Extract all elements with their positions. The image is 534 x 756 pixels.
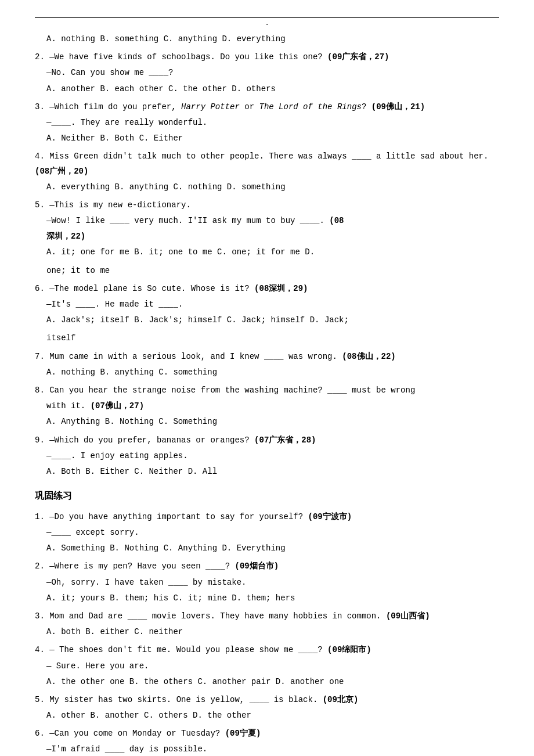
p2q1-options: A. Something B. Nothing C. Anything D. E… <box>46 541 499 556</box>
p2q3-text: Mom and Dad are ____ movie lovers. They … <box>49 611 386 621</box>
p2q1-sub: —____ except sorry. <box>46 525 499 540</box>
q5-options: A. it; one for me B. it; one to me C. on… <box>46 245 499 260</box>
q4-text: Miss Green didn't talk much to other peo… <box>49 152 488 161</box>
q2-text: —We have five kinds of schoolbags. Do yo… <box>49 52 327 62</box>
q8-line: 8. Can you hear the strange noise from t… <box>35 383 499 398</box>
p2q6-line: 6. —Can you come on Monday or Tuesday? (… <box>35 726 499 741</box>
question-3: 3. —Which film do you prefer, Harry Pott… <box>35 100 499 146</box>
q5-ref-cont-text: 深圳，22) <box>46 232 85 241</box>
question-4: 4. Miss Green didn't talk much to other … <box>35 149 499 195</box>
q9-options: A. Both B. Either C. Neither D. All <box>46 465 499 479</box>
q5-number: 5. <box>35 200 45 210</box>
q9-number: 9. <box>35 435 45 445</box>
p2q1-text: —Do you have anything important to say f… <box>49 512 308 521</box>
q5-sub1-text: —Wow! I like ____ very much. I'II ask my… <box>46 216 324 225</box>
q3-text: —Which film do you prefer, Harry Potter … <box>49 102 371 111</box>
q7-ref: (08佛山，22) <box>342 352 395 361</box>
q2-options: A. another B. each other C. the other D.… <box>46 82 499 96</box>
p2q2-options: A. it; yours B. them; his C. it; mine D.… <box>46 591 499 606</box>
q3-number: 3. <box>35 102 45 111</box>
q3-sub: —____. They are really wonderful. <box>46 116 499 130</box>
content-area: A. nothing B. something C. anything D. e… <box>35 32 499 756</box>
p2-question-3: 3. Mom and Dad are ____ movie lovers. Th… <box>35 609 499 639</box>
p2q3-line: 3. Mom and Dad are ____ movie lovers. Th… <box>35 609 499 624</box>
q4-line: 4. Miss Green didn't talk much to other … <box>35 149 499 178</box>
section2-title: 巩固练习 <box>35 488 499 505</box>
p2q4-number: 4. <box>35 645 45 654</box>
p2q5-line: 5. My sister has two skirts. One is yell… <box>35 693 499 707</box>
q2-ref: (09广东省，27) <box>327 52 389 62</box>
q7-number: 7. <box>35 352 45 361</box>
q8-options: A. Anything B. Nothing C. Something <box>46 415 499 429</box>
q6-sub: —It's ____. He made it ____. <box>46 297 499 312</box>
q4-options: A. everything B. anything C. nothing D. … <box>46 180 499 195</box>
top-dot: . <box>35 19 499 27</box>
p2q5-text: My sister has two skirts. One is yellow,… <box>49 695 322 704</box>
initial-options: A. nothing B. something C. anything D. e… <box>46 32 499 46</box>
question-2: 2. —We have five kinds of schoolbags. Do… <box>35 50 499 96</box>
q3-options: A. Neither B. Both C. Either <box>46 131 499 146</box>
p2q4-line: 4. — The shoes don't fit me. Would you p… <box>35 643 499 657</box>
p2q1-ref: (09宁波市) <box>308 512 352 521</box>
p2q2-line: 2. —Where is my pen? Have you seen ____?… <box>35 559 499 574</box>
p2q6-number: 6. <box>35 729 45 738</box>
p2q1-number: 1. <box>35 512 45 521</box>
p2q4-sub: — Sure. Here you are. <box>46 659 499 674</box>
p2q6-sub: —I'm afraid ____ day is possible. <box>46 742 499 756</box>
q6-options-text: A. Jack's; itself B. Jack's; himself C. … <box>46 315 349 325</box>
initial-options-text: A. nothing B. something C. anything D. e… <box>46 34 286 44</box>
question-5: 5. —This is my new e-dictionary. —Wow! I… <box>35 198 499 278</box>
p2q2-number: 2. <box>35 561 45 571</box>
q6-text: —The model plane is So cute. Whose is it… <box>49 284 254 293</box>
q5-options-cont-text: one; it to me <box>46 266 110 275</box>
q2-sub: —No. Can you show me ____? <box>46 66 499 80</box>
q7-line: 7. Mum came in with a serious look, and … <box>35 350 499 364</box>
q8-ref: (07佛山，27) <box>91 401 144 411</box>
q9-line: 9. —Which do you prefer, bananas or oran… <box>35 433 499 448</box>
p2q2-sub: —Oh, sorry. I have taken ____ by mistake… <box>46 575 499 590</box>
top-line <box>35 17 499 18</box>
q6-line: 6. —The model plane is So cute. Whose is… <box>35 282 499 296</box>
q8-line2: with it. (07佛山，27) <box>46 399 499 413</box>
p2q4-options: A. the other one B. the others C. anothe… <box>46 675 499 689</box>
q5-text: —This is my new e-dictionary. <box>49 200 191 210</box>
p2q3-options: A. both B. either C. neither <box>46 625 499 639</box>
q6-options-cont: itself <box>46 331 499 345</box>
question-8: 8. Can you hear the strange noise from t… <box>35 383 499 430</box>
p2-question-2: 2. —Where is my pen? Have you seen ____?… <box>35 559 499 606</box>
p2-question-4: 4. — The shoes don't fit me. Would you p… <box>35 643 499 689</box>
q9-text: —Which do you prefer, bananas or oranges… <box>49 435 254 445</box>
p2-question-5: 5. My sister has two skirts. One is yell… <box>35 693 499 723</box>
question-7: 7. Mum came in with a serious look, and … <box>35 350 499 380</box>
p2q6-ref: (09宁夏) <box>225 729 261 738</box>
q6-ref: (08深圳，29) <box>254 284 308 293</box>
q7-options: A. nothing B. anything C. something <box>46 365 499 380</box>
p2-question-1: 1. —Do you have anything important to sa… <box>35 510 499 556</box>
q8-text: Can you hear the strange noise from the … <box>49 386 415 395</box>
p2-question-6: 6. —Can you come on Monday or Tuesday? (… <box>35 726 499 756</box>
p2q4-text: — The shoes don't fit me. Would you plea… <box>49 645 327 654</box>
q7-text: Mum came in with a serious look, and I k… <box>49 352 342 361</box>
q8-number: 8. <box>35 386 45 395</box>
q5-ref-cont: 深圳，22) <box>46 229 499 244</box>
p2q2-text: —Where is my pen? Have you seen ____? <box>49 561 234 571</box>
page-container: . A. nothing B. something C. anything D.… <box>35 17 499 756</box>
q5-ref: (08 <box>329 216 344 225</box>
p2q3-number: 3. <box>35 611 45 621</box>
q5-options-text: A. it; one for me B. it; one to me C. on… <box>46 247 315 257</box>
p2q3-ref: (09山西省) <box>386 611 430 621</box>
p2q4-ref: (09绵阳市) <box>327 645 371 654</box>
q6-number: 6. <box>35 284 45 293</box>
p2q6-text: —Can you come on Monday or Tuesday? <box>49 729 225 738</box>
q2-number: 2. <box>35 52 45 62</box>
q6-options: A. Jack's; itself B. Jack's; himself C. … <box>46 313 499 327</box>
p2q5-options: A. other B. another C. others D. the oth… <box>46 708 499 723</box>
q9-sub: —____. I enjoy eating apples. <box>46 449 499 463</box>
question-6: 6. —The model plane is So cute. Whose is… <box>35 282 499 346</box>
p2q5-number: 5. <box>35 695 45 704</box>
q6-options-cont-text: itself <box>46 333 75 343</box>
q2-line: 2. —We have five kinds of schoolbags. Do… <box>35 50 499 64</box>
p2q1-line: 1. —Do you have anything important to sa… <box>35 510 499 524</box>
q5-sub1: —Wow! I like ____ very much. I'II ask my… <box>46 214 499 228</box>
q4-ref: (08广州，20) <box>35 167 88 176</box>
